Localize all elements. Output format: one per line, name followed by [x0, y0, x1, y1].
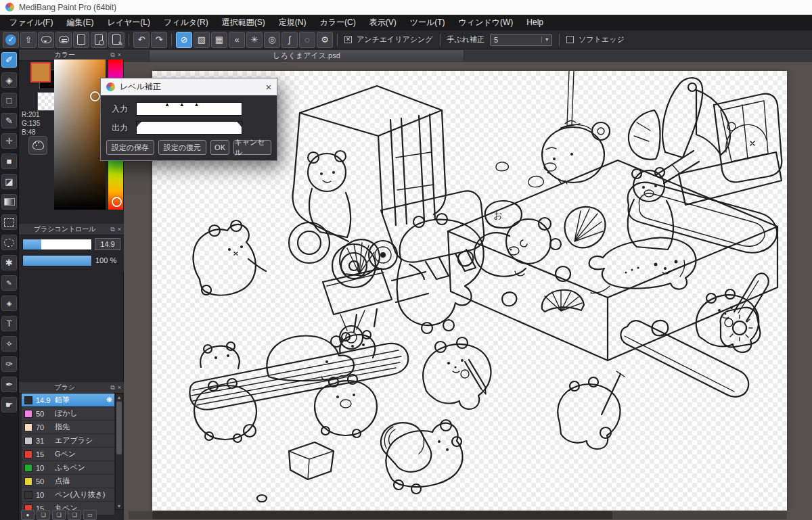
document-icon[interactable] [73, 32, 89, 48]
brush-item[interactable]: 50点描 [22, 475, 114, 488]
levels-dialog-titlebar[interactable]: レベル補正 × [101, 78, 277, 95]
snap-curve-icon[interactable]: ∫ [281, 32, 298, 48]
document-edit-icon[interactable] [108, 32, 125, 48]
hand-tool[interactable]: ☛ [1, 397, 17, 412]
text-tool[interactable]: T [1, 316, 17, 331]
levels-input-marker[interactable]: ▲ [179, 101, 185, 108]
antialiasing-checkbox[interactable]: ✕ [344, 36, 352, 43]
undo-icon: ↶ [138, 34, 145, 45]
menu-item[interactable]: Help [520, 15, 550, 30]
brush-item[interactable]: 10ペン(入り抜き) [22, 488, 114, 502]
comment-list-icon[interactable] [55, 32, 72, 48]
select-eraser-tool[interactable]: ◈ [1, 296, 17, 311]
brush-settings-gear-icon[interactable]: ❋ [106, 396, 112, 404]
brush-size-value[interactable]: 14.9 [95, 238, 120, 250]
menu-item[interactable]: ファイル(F) [3, 15, 60, 30]
menu-item[interactable]: カラー(C) [313, 15, 362, 30]
snap-grid-icon[interactable]: ▦ [211, 32, 227, 48]
move-tool[interactable]: ✛ [1, 133, 17, 149]
popout-icon[interactable]: ⧉ [110, 226, 114, 233]
brush-swatch [24, 464, 32, 472]
brush-tool[interactable]: ✐ [1, 52, 17, 68]
menu-item[interactable]: レイヤー(L) [100, 15, 157, 30]
save-settings-button[interactable]: 設定の保存 [106, 140, 154, 155]
brush-name: ふちペン [55, 463, 114, 473]
brush-item[interactable]: 70指先 [22, 421, 114, 434]
horizontal-scrollbar[interactable] [129, 511, 787, 519]
close-icon[interactable]: × [118, 226, 121, 233]
lasso-tool[interactable] [1, 235, 17, 250]
comment-icon[interactable] [38, 32, 54, 48]
redo-icon[interactable]: ↷ [151, 32, 167, 48]
palette-button[interactable] [28, 136, 47, 155]
foreground-color-swatch[interactable] [30, 62, 51, 82]
sv-selector-ring[interactable] [90, 91, 100, 101]
brush-list-scrollbar[interactable]: ▲ ▼ [115, 394, 123, 510]
select-pen-tool[interactable]: ✎ [1, 275, 17, 291]
snap-ellipse-icon[interactable]: ◌ [299, 32, 315, 48]
menu-item[interactable]: ツール(T) [403, 15, 452, 30]
gradient-tool[interactable] [1, 194, 17, 210]
add-brush-button[interactable]: ● [21, 510, 35, 520]
horizontal-scrollbar-thumb[interactable] [152, 511, 612, 519]
levels-input-marker[interactable]: ▲ [194, 101, 199, 108]
close-icon[interactable]: × [118, 51, 121, 58]
brush-opacity-slider[interactable] [22, 255, 92, 266]
document-tab[interactable]: しろくまアイス.psd [149, 49, 464, 62]
snap-vanishing-point-icon[interactable]: « [229, 32, 245, 48]
popout-icon[interactable]: ⧉ [110, 384, 114, 392]
duplicate-brush-button[interactable]: ❏ [52, 510, 66, 520]
shape-brush-tool[interactable]: □ [1, 93, 17, 108]
fill-rect-tool[interactable]: ■ [1, 153, 17, 169]
eraser-tool[interactable]: ◈ [1, 72, 17, 88]
cancel-button[interactable]: キャンセル [233, 140, 271, 155]
close-icon[interactable]: × [118, 384, 121, 391]
snap-off-icon[interactable]: ⊘ [176, 32, 192, 48]
undo-icon[interactable]: ↶ [133, 32, 150, 48]
object-select-tool[interactable]: ✧ [1, 336, 17, 352]
snap-settings-gear-icon[interactable]: ⚙ [317, 32, 333, 48]
scrollbar-thumb[interactable] [116, 402, 122, 454]
levels-input-track[interactable]: ▲▲▲ [136, 102, 242, 116]
popout-icon[interactable]: ⧉ [110, 51, 114, 59]
brush-item[interactable]: 50ぼかし [22, 407, 114, 421]
import-brush-button[interactable]: ❏ [68, 510, 81, 520]
brush-item[interactable]: 15Gペン [22, 448, 114, 461]
magic-wand-tool[interactable]: ✱ [1, 255, 17, 270]
menu-item[interactable]: フィルタ(R) [157, 15, 215, 30]
saturation-value-picker[interactable] [54, 60, 106, 210]
menu-item[interactable]: 表示(V) [363, 15, 403, 30]
snap-parallel-icon[interactable]: ▨ [194, 32, 210, 48]
levels-output-track[interactable] [136, 121, 242, 135]
levels-input-marker[interactable]: ▲ [164, 101, 170, 108]
soft-edge-checkbox[interactable] [566, 36, 574, 43]
stabilizer-dropdown[interactable]: 5 ▼ [490, 34, 552, 46]
restore-settings-button[interactable]: 設定の復元 [158, 140, 206, 155]
menu-item[interactable]: 定規(N) [272, 15, 313, 30]
select-rect-tool[interactable] [1, 214, 17, 230]
new-brush-button[interactable]: ❏ [37, 510, 50, 520]
close-icon[interactable]: × [261, 81, 277, 93]
bucket-tool[interactable]: ◪ [1, 174, 17, 189]
cloud-sync-icon[interactable]: ✓ [3, 32, 19, 48]
brush-folder-button[interactable]: ▭ [83, 510, 97, 520]
brush-size-slider[interactable] [22, 239, 92, 250]
eyedropper-tool[interactable]: ✒ [1, 377, 17, 392]
hue-selector-ring[interactable] [112, 197, 122, 207]
menu-item[interactable]: 編集(E) [60, 15, 100, 30]
pen-tool[interactable]: ✑ [1, 356, 17, 372]
brush-item[interactable]: 31エアブラシ [22, 434, 114, 448]
brush-item[interactable]: 14.9鉛筆❋ [22, 394, 114, 407]
document-history-icon[interactable] [91, 32, 107, 48]
snap-radial-icon[interactable]: ✳ [246, 32, 263, 48]
publish-icon[interactable]: ⇧ [20, 32, 37, 48]
scroll-up-icon[interactable]: ▲ [116, 395, 122, 400]
transparent-color-swatch[interactable] [37, 92, 56, 111]
control-point-tool[interactable]: ✎ [1, 113, 17, 128]
menu-item[interactable]: 選択範囲(S) [215, 15, 272, 30]
ok-button[interactable]: OK [210, 140, 230, 155]
brush-item[interactable]: 10ふちペン [22, 461, 114, 475]
snap-concentric-icon[interactable]: ◎ [264, 32, 280, 48]
menu-item[interactable]: ウィンドウ(W) [452, 15, 520, 30]
scroll-down-icon[interactable]: ▼ [116, 504, 122, 509]
